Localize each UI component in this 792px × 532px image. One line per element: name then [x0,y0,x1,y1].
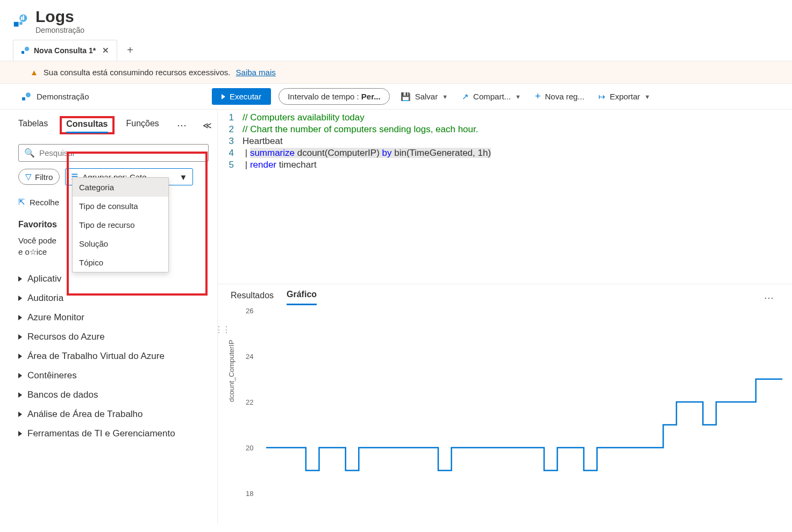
search-input[interactable]: 🔍 [18,144,209,162]
share-icon: ↗ [462,92,469,102]
plus-icon: + [535,91,541,102]
tab-chart[interactable]: Gráfico [287,290,317,305]
menu-item-tipo-recurso[interactable]: Tipo de recurso [73,215,168,234]
category-item[interactable]: Área de Trabalho Virtual do Azure [18,347,212,366]
query-tab-label: Nova Consulta 1* [34,46,96,55]
play-icon [222,94,225,99]
line-chart-svg [266,311,782,493]
menu-item-topico[interactable]: Tópico [73,253,168,272]
svg-rect-0 [14,22,19,27]
export-button[interactable]: ↦ Exportar ▼ [595,90,654,104]
svg-rect-4 [23,16,24,20]
svg-rect-7 [22,97,25,100]
collapse-pane-icon[interactable]: ≪ [203,120,212,131]
chevron-down-icon: ▼ [515,94,521,100]
collapse-icon: ⇱ [18,197,25,207]
scope-selector[interactable]: Demonstração [22,92,204,102]
content-pane: ⋮⋮ 1// Computers availability today 2// … [217,110,792,523]
chart-plot: 26 24 22 20 18 [266,311,781,493]
logs-app-icon [13,13,28,28]
expand-icon [18,392,22,398]
category-item[interactable]: Azure Monitor [18,308,212,327]
warning-bar: ▲ Sua consulta está consumindo recursos … [0,61,792,84]
query-editor[interactable]: 1// Computers availability today 2// Cha… [218,110,792,171]
sidebar: Tabelas Consultas Funções ⋯ ≪ 🔍 ▽ Filtro… [0,110,217,523]
sidebar-tab-functions[interactable]: Funções [126,119,159,132]
more-icon[interactable]: ⋯ [764,292,774,304]
more-icon[interactable]: ⋯ [177,119,187,131]
chart-area: dcount_ComputerIP 26 24 22 20 18 [218,305,792,523]
svg-rect-1 [19,22,22,25]
search-icon: 🔍 [24,148,35,158]
menu-item-tipo-consulta[interactable]: Tipo de consulta [73,197,168,215]
query-tab[interactable]: Nova Consulta 1* ✕ [13,40,117,61]
new-rule-button[interactable]: + Nova reg... [532,89,588,104]
category-item[interactable]: Ferramentas de TI e Gerenciamento [18,424,212,443]
share-button[interactable]: ↗ Compart... ▼ [459,90,524,104]
group-by-menu: Categoria Tipo de consulta Tipo de recur… [72,177,169,272]
sidebar-tab-tables[interactable]: Tabelas [18,119,48,132]
y-axis-label: dcount_ComputerIP [227,340,236,402]
category-item[interactable]: Bancos de dados [18,385,212,405]
filter-button[interactable]: ▽ Filtro [18,169,60,185]
time-range-picker[interactable]: Intervalo de tempo : Per... [279,88,389,105]
result-tabs: Resultados Gráfico ⋯ [218,284,792,305]
svg-rect-5 [22,51,24,54]
svg-point-6 [25,47,29,51]
logs-tab-icon [21,46,30,55]
save-button[interactable]: 💾 Salvar ▼ [397,90,451,104]
warning-text: Sua consulta está consumindo recursos ex… [44,68,231,77]
expand-icon [18,354,22,359]
category-item[interactable]: Análise de Área de Trabalho [18,405,212,424]
save-icon: 💾 [401,92,411,102]
page-header: Logs Demonstração [0,0,792,40]
scope-label: Demonstração [37,92,89,101]
expand-icon [18,412,22,417]
filter-icon: ▽ [25,172,32,182]
page-subtitle: Demonstração [35,26,84,34]
chevron-down-icon: ▼ [442,94,448,100]
tab-results[interactable]: Resultados [231,291,274,305]
expand-icon [18,276,22,282]
toolbar: Demonstração Executar Intervalo de tempo… [0,84,792,110]
category-item[interactable]: Auditoria [18,289,212,308]
close-icon[interactable]: ✕ [102,46,109,55]
export-icon: ↦ [598,92,605,102]
category-item[interactable]: Contêineres [18,366,212,385]
search-field[interactable] [39,148,203,157]
expand-icon [18,296,22,301]
sidebar-tabs: Tabelas Consultas Funções ⋯ ≪ [18,116,212,134]
new-tab-button[interactable]: + [127,44,133,56]
chevron-down-icon: ▼ [645,94,651,100]
warning-icon: ▲ [30,68,38,77]
expand-icon [18,315,22,320]
category-item[interactable]: Recursos do Azure [18,327,212,347]
warning-link[interactable]: Saiba mais [236,68,276,77]
menu-item-categoria[interactable]: Categoria [73,178,168,197]
expand-icon [18,334,22,340]
page-title: Logs [35,8,84,26]
scope-icon [22,92,31,102]
category-list: Aplicativ Auditoria Azure Monitor Recurs… [18,269,212,443]
svg-rect-3 [21,17,23,20]
query-tab-bar: Nova Consulta 1* ✕ + [0,40,792,61]
sidebar-tab-queries[interactable]: Consultas [66,119,108,133]
chevron-down-icon: ▼ [179,172,187,182]
expand-icon [18,373,22,378]
menu-item-solucao[interactable]: Solução [73,234,168,253]
svg-point-8 [26,92,31,97]
run-button[interactable]: Executar [212,88,271,105]
expand-icon [18,431,22,436]
